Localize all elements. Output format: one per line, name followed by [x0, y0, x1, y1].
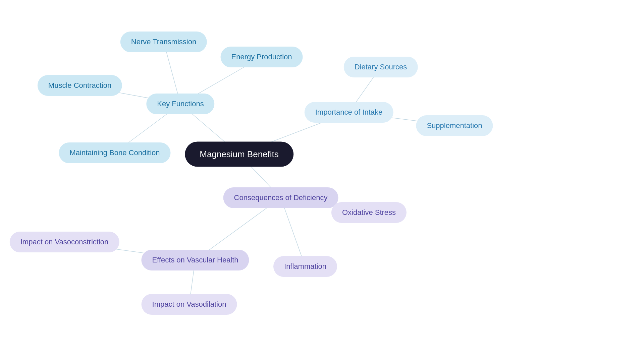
maintaining-bone-label: Maintaining Bone Condition — [69, 148, 160, 157]
inflammation-label: Inflammation — [284, 262, 326, 271]
oxidative-stress-label: Oxidative Stress — [342, 208, 396, 217]
maintaining-bone-node[interactable]: Maintaining Bone Condition — [59, 142, 170, 163]
consequences-label: Consequences of Deficiency — [234, 193, 328, 202]
importance-of-intake-node[interactable]: Importance of Intake — [305, 102, 393, 123]
vasodilation-label: Impact on Vasodilation — [152, 300, 226, 309]
supplementation-node[interactable]: Supplementation — [416, 115, 493, 136]
oxidative-stress-node[interactable]: Oxidative Stress — [331, 202, 407, 223]
vascular-health-label: Effects on Vascular Health — [152, 256, 238, 264]
nerve-transmission-label: Nerve Transmission — [131, 38, 196, 46]
consequences-node[interactable]: Consequences of Deficiency — [223, 187, 338, 208]
vasoconstriction-node[interactable]: Impact on Vasoconstriction — [10, 232, 119, 252]
vasoconstriction-label: Impact on Vasoconstriction — [20, 238, 109, 246]
energy-production-node[interactable]: Energy Production — [221, 47, 303, 67]
muscle-contraction-label: Muscle Contraction — [48, 81, 111, 90]
muscle-contraction-node[interactable]: Muscle Contraction — [38, 75, 122, 96]
dietary-sources-label: Dietary Sources — [355, 63, 407, 71]
energy-production-label: Energy Production — [231, 53, 292, 61]
key-functions-node[interactable]: Key Functions — [146, 94, 214, 114]
vascular-health-node[interactable]: Effects on Vascular Health — [141, 250, 249, 270]
vasodilation-node[interactable]: Impact on Vasodilation — [142, 294, 237, 315]
center-label: Magnesium Benefits — [200, 149, 279, 160]
nerve-transmission-node[interactable]: Nerve Transmission — [120, 32, 207, 52]
key-functions-label: Key Functions — [157, 100, 204, 108]
center-node[interactable]: Magnesium Benefits — [185, 142, 293, 167]
dietary-sources-node[interactable]: Dietary Sources — [344, 57, 418, 77]
inflammation-node[interactable]: Inflammation — [273, 256, 337, 277]
supplementation-label: Supplementation — [427, 121, 482, 130]
importance-of-intake-label: Importance of Intake — [315, 108, 383, 117]
